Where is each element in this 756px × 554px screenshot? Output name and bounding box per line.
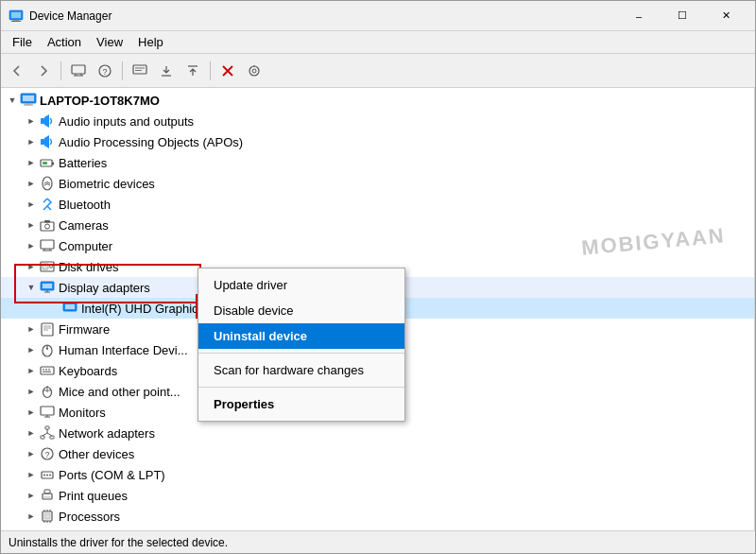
expand-hid[interactable]: ►: [24, 342, 39, 357]
expand-ports[interactable]: ►: [24, 467, 39, 482]
computer-icon-btn[interactable]: [66, 59, 91, 83]
biometric-label: Biometric devices: [59, 177, 155, 191]
menu-action[interactable]: Action: [40, 33, 89, 51]
expand-disk[interactable]: ►: [24, 259, 39, 274]
tree-item-other[interactable]: ► ? Other devices: [1, 443, 754, 464]
ctx-uninstall-device[interactable]: Uninstall device: [198, 323, 404, 349]
root-computer[interactable]: ▼ LAPTOP-1OT8K7MO: [1, 90, 754, 111]
tree-item-apo[interactable]: ► Audio Processing Objects (APOs): [1, 131, 754, 152]
computer-icon: [20, 92, 37, 109]
svg-rect-22: [26, 103, 31, 105]
audio-icon: [39, 113, 56, 130]
svg-rect-55: [41, 367, 54, 374]
svg-rect-64: [41, 407, 54, 415]
expand-mice[interactable]: ►: [24, 384, 39, 399]
root-expand[interactable]: ▼: [5, 93, 20, 108]
rollback-button[interactable]: [180, 59, 205, 83]
svg-rect-30: [43, 162, 47, 164]
tree-item-ports[interactable]: ► Ports (COM & LPT): [1, 464, 754, 485]
svg-text:?: ?: [44, 450, 49, 459]
expand-computer[interactable]: ►: [24, 238, 39, 253]
maximize-button[interactable]: ☐: [661, 1, 704, 31]
ctx-disable-device[interactable]: Disable device: [198, 298, 404, 323]
update-button[interactable]: [154, 59, 179, 83]
expand-security[interactable]: ►: [24, 529, 39, 530]
expand-network[interactable]: ►: [24, 425, 39, 441]
print-label: Print queues: [59, 489, 128, 503]
scan-button[interactable]: [242, 59, 266, 83]
close-button[interactable]: ✕: [704, 1, 747, 31]
tree-item-audio-inputs[interactable]: ► Audio inputs and outputs: [1, 111, 754, 131]
app-icon: [9, 9, 24, 24]
menu-file[interactable]: File: [5, 33, 40, 51]
tree-item-biometric[interactable]: ► Biometric devices: [1, 173, 754, 194]
expand-apo[interactable]: ►: [24, 134, 39, 149]
svg-marker-25: [44, 114, 49, 128]
other-icon: ?: [39, 445, 56, 462]
status-text: Uninstalls the driver for the selected d…: [9, 536, 228, 549]
svg-point-18: [252, 69, 256, 73]
expand-display[interactable]: ▼: [24, 280, 39, 295]
expand-print[interactable]: ►: [24, 488, 39, 503]
expand-audio[interactable]: ►: [24, 113, 39, 129]
expand-monitors[interactable]: ►: [24, 405, 39, 420]
title-bar: Device Manager – ☐ ✕: [1, 1, 755, 31]
computer-label: LAPTOP-1OT8K7MO: [40, 94, 160, 108]
expand-biometric[interactable]: ►: [24, 176, 39, 191]
tree-item-security[interactable]: ► Security devices: [1, 527, 754, 530]
svg-point-33: [45, 224, 50, 229]
properties-button[interactable]: [128, 59, 152, 83]
tree-item-network[interactable]: ► Network adapters: [1, 423, 754, 443]
ports-label: Ports (COM & LPT): [59, 468, 165, 482]
uninstall-button[interactable]: [215, 59, 240, 83]
bluetooth-icon: [39, 196, 56, 213]
toolbar-separator-2: [122, 61, 123, 80]
menu-help[interactable]: Help: [130, 33, 171, 51]
svg-rect-69: [50, 436, 54, 439]
help-button[interactable]: ?: [93, 59, 117, 83]
keyboards-icon: [39, 362, 56, 379]
expand-batteries[interactable]: ►: [24, 155, 39, 170]
computer2-icon: [39, 237, 56, 254]
tree-item-print[interactable]: ► Print queues: [1, 485, 754, 506]
svg-rect-48: [42, 323, 53, 336]
firmware-label: Firmware: [59, 322, 110, 337]
ports-icon: [39, 466, 56, 483]
tree-item-computer[interactable]: ► Computer: [1, 235, 754, 256]
minimize-button[interactable]: –: [617, 1, 661, 31]
svg-rect-35: [41, 240, 54, 249]
device-tree[interactable]: ▼ LAPTOP-1OT8K7MO ►: [1, 88, 755, 530]
expand-other[interactable]: ►: [24, 446, 39, 461]
processors-icon: [39, 508, 56, 525]
expand-bluetooth[interactable]: ►: [24, 197, 39, 212]
tree-item-processors[interactable]: ► Processors: [1, 506, 754, 527]
batteries-label: Batteries: [59, 156, 107, 170]
batteries-icon: [39, 154, 56, 171]
svg-rect-43: [43, 284, 52, 288]
svg-rect-26: [41, 139, 44, 145]
ctx-properties[interactable]: Properties: [198, 391, 404, 417]
expand-firmware[interactable]: ►: [24, 321, 39, 337]
tree-item-batteries[interactable]: ► Batteries: [1, 152, 754, 173]
ctx-scan-hardware[interactable]: Scan for hardware changes: [198, 357, 404, 383]
ctx-update-driver[interactable]: Update driver: [198, 272, 404, 298]
back-button[interactable]: [5, 59, 29, 83]
disk-label: Disk drives: [59, 260, 119, 274]
tree-item-bluetooth[interactable]: ► Bluetooth: [1, 194, 754, 215]
expand-cameras[interactable]: ►: [24, 217, 39, 233]
expand-keyboards[interactable]: ►: [24, 363, 39, 378]
forward-button[interactable]: [31, 59, 56, 83]
svg-rect-83: [44, 513, 50, 519]
expand-processors[interactable]: ►: [24, 509, 39, 524]
ctx-uninstall-label: Uninstall device: [214, 329, 307, 343]
menu-view[interactable]: View: [89, 33, 130, 51]
main-window: Device Manager – ☐ ✕ File Action View He…: [0, 0, 756, 554]
tree-item-cameras[interactable]: ► Cameras: [1, 215, 754, 235]
cameras-icon: [39, 216, 56, 234]
svg-rect-3: [11, 21, 21, 22]
svg-point-77: [46, 475, 48, 476]
hid-label: Human Interface Devi...: [59, 343, 188, 357]
biometric-icon: [39, 175, 56, 192]
svg-rect-81: [44, 496, 50, 498]
disk-icon: [39, 258, 56, 275]
